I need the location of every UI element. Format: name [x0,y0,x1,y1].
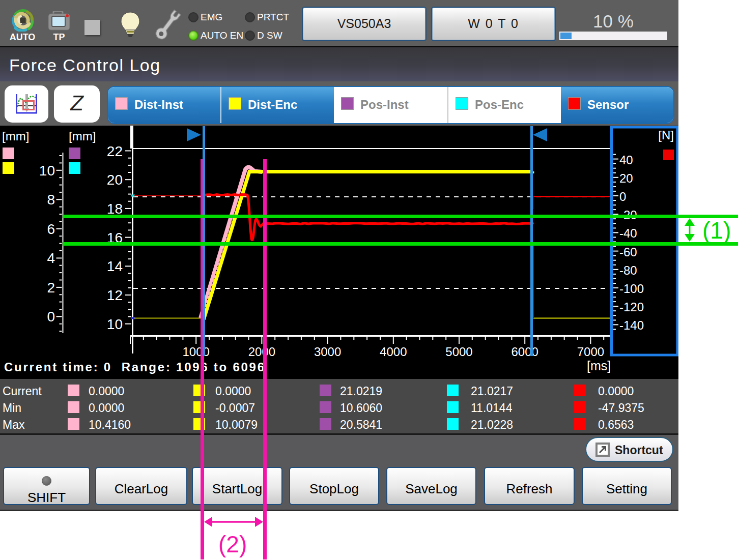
svg-text:10: 10 [39,163,55,179]
svg-text:7000: 7000 [577,345,604,359]
svg-text:-100: -100 [619,282,644,296]
svg-text:2: 2 [47,280,55,296]
svg-text:12: 12 [107,287,123,303]
svg-text:20: 20 [619,171,633,185]
svg-text:4: 4 [47,250,55,266]
svg-text:22: 22 [107,143,123,159]
svg-text:2000: 2000 [248,345,275,359]
svg-text:[N]: [N] [658,128,674,142]
svg-text:-140: -140 [619,318,644,332]
svg-text:-120: -120 [619,300,644,314]
svg-text:3000: 3000 [314,345,341,359]
svg-text:0: 0 [619,190,626,203]
svg-text:1000: 1000 [183,345,210,359]
svg-text:-80: -80 [619,263,637,277]
svg-text:-40: -40 [619,226,637,240]
svg-text:6000: 6000 [512,345,538,359]
svg-text:5000: 5000 [445,345,472,359]
svg-text:-60: -60 [619,245,637,259]
svg-text:10: 10 [107,316,123,332]
svg-text:0: 0 [47,309,55,325]
svg-text:4000: 4000 [380,345,407,359]
svg-text:20: 20 [107,172,123,188]
svg-text:8: 8 [47,192,55,208]
svg-text:6: 6 [47,221,55,237]
svg-text:40: 40 [619,153,633,167]
svg-text:14: 14 [107,258,123,274]
